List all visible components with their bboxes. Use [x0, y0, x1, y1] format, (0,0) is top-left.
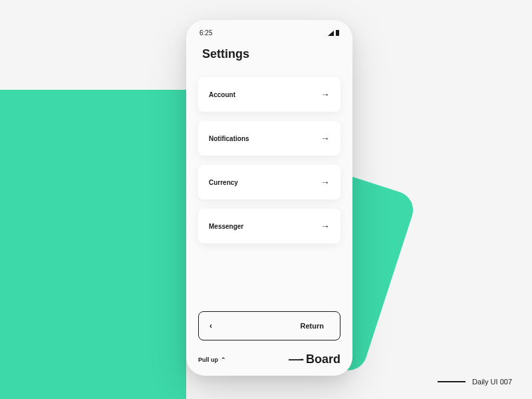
footer-line-icon [438, 381, 466, 382]
background-shape-left [0, 90, 186, 399]
battery-icon [336, 30, 339, 36]
pull-up-handle[interactable]: Pull up ⌃ [198, 356, 226, 363]
arrow-right-icon: → [321, 133, 330, 144]
status-icons [328, 30, 339, 36]
pull-up-label: Pull up [198, 356, 218, 363]
bottom-row: Pull up ⌃ —- Board [198, 352, 340, 366]
signal-icon [328, 31, 334, 36]
phone-frame: 6:25 Settings Account → Notifications → … [186, 20, 352, 376]
settings-item-label: Messenger [209, 223, 243, 230]
brand-prefix: —- [289, 352, 303, 366]
footer-text: Daily UI 007 [472, 378, 512, 386]
return-button-label: Return [301, 322, 324, 330]
footer-caption: Daily UI 007 [438, 378, 512, 386]
status-bar: 6:25 [198, 29, 340, 37]
brand-logo: —- Board [289, 352, 340, 366]
chevron-left-icon: ‹ [209, 321, 212, 331]
status-time: 6:25 [200, 29, 212, 37]
settings-list: Account → Notifications → Currency → Mes… [198, 77, 340, 243]
page-title: Settings [198, 47, 340, 61]
settings-item-label: Currency [209, 179, 238, 186]
brand-name: Board [306, 352, 340, 366]
settings-item-messenger[interactable]: Messenger → [198, 209, 340, 243]
settings-item-account[interactable]: Account → [198, 77, 340, 112]
chevron-up-icon: ⌃ [221, 356, 226, 363]
arrow-right-icon: → [321, 89, 330, 100]
arrow-right-icon: → [321, 177, 330, 188]
return-button[interactable]: ‹ Return [198, 311, 340, 340]
arrow-right-icon: → [321, 221, 330, 231]
settings-item-label: Notifications [209, 135, 249, 142]
settings-item-label: Account [209, 91, 235, 98]
settings-item-currency[interactable]: Currency → [198, 165, 340, 200]
settings-item-notifications[interactable]: Notifications → [198, 121, 340, 156]
